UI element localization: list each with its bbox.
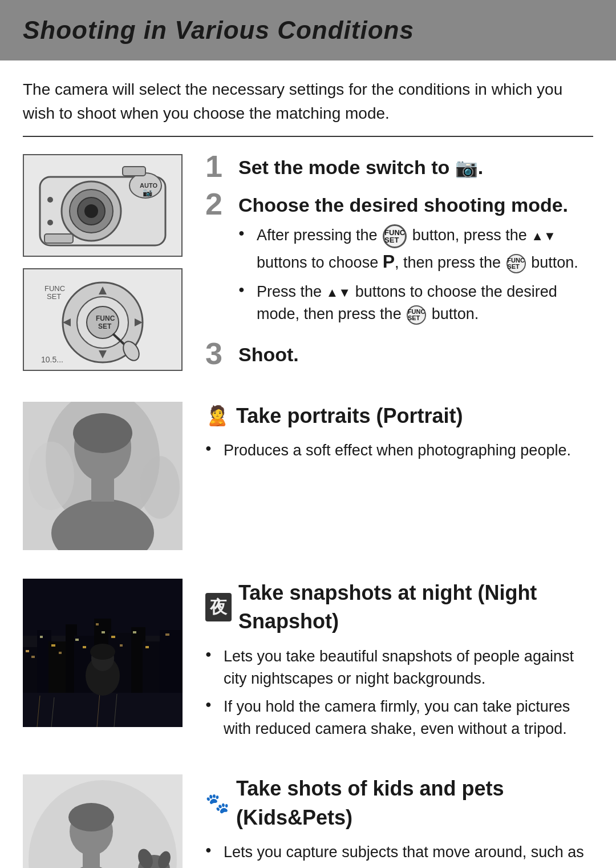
camera-icon-inline: 📷 bbox=[455, 158, 478, 178]
svg-point-9 bbox=[47, 220, 53, 225]
night-svg bbox=[23, 579, 183, 727]
step-1-content: Set the mode switch to 📷. bbox=[238, 154, 483, 181]
svg-rect-11 bbox=[44, 234, 73, 243]
step-2-bullet-1-text: After pressing the FUNCSET button, press… bbox=[257, 227, 578, 271]
svg-text:SET: SET bbox=[98, 322, 112, 330]
step-2: 2 Choose the desired shooting mode. Afte… bbox=[205, 192, 593, 331]
portrait-svg bbox=[23, 402, 183, 550]
feature-portrait-title: 🙎 Take portraits (Portrait) bbox=[205, 402, 593, 430]
camera-diagrams: AUTO 📷 bbox=[23, 154, 183, 379]
step-2-title: Choose the desired shooting mode. bbox=[238, 192, 593, 219]
page-title: Shooting in Various Conditions bbox=[23, 13, 593, 48]
feature-night-section: 夜 Take snapshots at night (Night Snapsho… bbox=[0, 579, 616, 746]
svg-rect-48 bbox=[40, 636, 43, 638]
step-1-number: 1 bbox=[205, 151, 233, 181]
feature-portrait-bullet-1: Produces a soft effect when photographin… bbox=[205, 439, 593, 462]
camera-top-svg: AUTO 📷 bbox=[34, 160, 171, 251]
svg-text:10.5...: 10.5... bbox=[41, 355, 63, 364]
svg-rect-52 bbox=[83, 646, 86, 648]
camera-top-diagram: AUTO 📷 bbox=[23, 154, 183, 257]
svg-point-71 bbox=[68, 803, 114, 831]
kids-icon: 🐾 bbox=[205, 790, 229, 817]
funcset-svg: FUNC SET FUNC SET bbox=[34, 274, 171, 365]
svg-rect-55 bbox=[111, 636, 115, 638]
svg-rect-56 bbox=[120, 644, 123, 647]
portrait-photo bbox=[23, 402, 183, 550]
svg-text:📷: 📷 bbox=[143, 188, 153, 197]
svg-point-30 bbox=[73, 413, 132, 453]
arrow-updown-1: ▲▼ bbox=[531, 229, 556, 243]
feature-night-title: 夜 Take snapshots at night (Night Snapsho… bbox=[205, 579, 593, 636]
svg-text:SET: SET bbox=[47, 292, 61, 301]
func-btn-3: FUNCSET bbox=[407, 305, 426, 325]
feature-night-title-text: Take snapshots at night (Night Snapshot) bbox=[238, 579, 593, 636]
svg-text:FUNC: FUNC bbox=[96, 314, 115, 322]
right-instructions: 1 Set the mode switch to 📷. 2 Choose the… bbox=[205, 154, 593, 379]
feature-portrait-content: 🙎 Take portraits (Portrait) Produces a s… bbox=[205, 402, 593, 550]
feature-portrait-bullets: Produces a soft effect when photographin… bbox=[205, 439, 593, 462]
kids-photo bbox=[23, 774, 183, 868]
svg-rect-46 bbox=[26, 650, 29, 652]
svg-point-8 bbox=[47, 197, 53, 203]
svg-rect-58 bbox=[145, 646, 149, 648]
feature-kids-bullets: Lets you capture subjects that move arou… bbox=[205, 841, 593, 868]
svg-point-67 bbox=[90, 644, 115, 660]
step-2-bullet-2: Press the ▲▼ buttons to choose the desir… bbox=[238, 281, 593, 325]
feature-kids-title: 🐾 Take shots of kids and pets (Kids&Pets… bbox=[205, 774, 593, 832]
top-section: AUTO 📷 bbox=[0, 154, 616, 379]
svg-rect-59 bbox=[165, 633, 169, 636]
step-3-content: Shoot. bbox=[238, 341, 299, 369]
feature-night-bullet-1: Lets you take beautiful snapshots of peo… bbox=[205, 645, 593, 690]
svg-point-4 bbox=[84, 204, 98, 218]
intro-text: The camera will select the necessary set… bbox=[0, 78, 616, 126]
feature-portrait-image bbox=[23, 402, 183, 550]
svg-rect-50 bbox=[59, 652, 62, 654]
kids-svg bbox=[23, 774, 183, 868]
step-2-bullets: After pressing the FUNCSET button, press… bbox=[238, 224, 593, 325]
svg-rect-54 bbox=[102, 631, 105, 633]
svg-rect-51 bbox=[75, 639, 79, 641]
svg-rect-53 bbox=[96, 623, 99, 625]
svg-rect-31 bbox=[91, 479, 114, 502]
func-btn-1: FUNCSET bbox=[383, 224, 407, 248]
svg-point-32 bbox=[29, 442, 74, 510]
feature-night-bullets: Lets you take beautiful snapshots of peo… bbox=[205, 645, 593, 741]
step-1-title: Set the mode switch to 📷. bbox=[238, 154, 483, 181]
step-2-bullet-1: After pressing the FUNCSET button, press… bbox=[238, 224, 593, 274]
feature-kids-title-text: Take shots of kids and pets (Kids&Pets) bbox=[236, 774, 593, 832]
svg-rect-73 bbox=[83, 853, 100, 868]
page: Shooting in Various Conditions The camer… bbox=[0, 0, 616, 868]
step-2-number: 2 bbox=[205, 188, 233, 219]
feature-portrait-section: 🙎 Take portraits (Portrait) Produces a s… bbox=[0, 402, 616, 550]
camera-funcset-diagram: FUNC SET FUNC SET bbox=[23, 268, 183, 371]
portrait-icon: 🙎 bbox=[205, 402, 229, 430]
svg-rect-47 bbox=[31, 656, 35, 658]
feature-night-content: 夜 Take snapshots at night (Night Snapsho… bbox=[205, 579, 593, 746]
svg-rect-49 bbox=[51, 644, 55, 647]
page-header: Shooting in Various Conditions bbox=[0, 0, 616, 60]
step-3-title: Shoot. bbox=[238, 341, 299, 369]
feature-portrait-title-text: Take portraits (Portrait) bbox=[236, 402, 463, 430]
night-icon: 夜 bbox=[205, 593, 232, 621]
svg-point-33 bbox=[140, 456, 180, 519]
feature-night-bullet-2: If you hold the camera firmly, you can t… bbox=[205, 696, 593, 740]
arrow-updown-2: ▲▼ bbox=[326, 285, 351, 300]
feature-night-image bbox=[23, 579, 183, 727]
step-1: 1 Set the mode switch to 📷. bbox=[205, 154, 593, 181]
bold-p-letter: P bbox=[383, 251, 395, 272]
step-2-content: Choose the desired shooting mode. After … bbox=[238, 192, 593, 331]
svg-rect-60 bbox=[23, 693, 183, 727]
night-photo bbox=[23, 579, 183, 727]
feature-kids-image bbox=[23, 774, 183, 868]
svg-text:FUNC: FUNC bbox=[44, 284, 65, 293]
func-btn-2: FUNCSET bbox=[506, 254, 526, 273]
step-2-bullet-2-text: Press the ▲▼ buttons to choose the desir… bbox=[257, 283, 557, 322]
svg-rect-10 bbox=[123, 167, 145, 176]
feature-kids-content: 🐾 Take shots of kids and pets (Kids&Pets… bbox=[205, 774, 593, 868]
feature-kids-section: 🐾 Take shots of kids and pets (Kids&Pets… bbox=[0, 774, 616, 868]
section-divider bbox=[23, 136, 593, 137]
svg-rect-57 bbox=[133, 631, 136, 633]
step-3: 3 Shoot. bbox=[205, 341, 593, 369]
step-3-number: 3 bbox=[205, 338, 233, 369]
feature-kids-bullet-1: Lets you capture subjects that move arou… bbox=[205, 841, 593, 868]
